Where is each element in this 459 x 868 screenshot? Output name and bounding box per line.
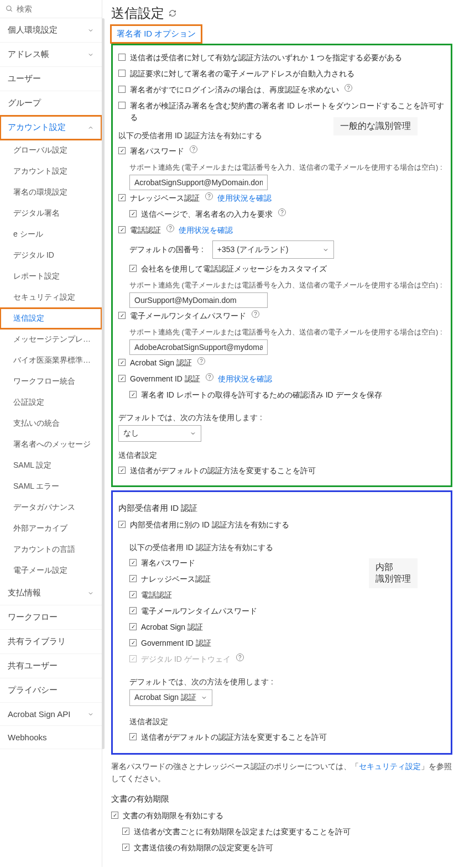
- checkbox-internal-sender-allow[interactable]: [129, 733, 137, 740]
- nav-item-ワークフロー[interactable]: ワークフロー: [0, 605, 102, 630]
- help-icon[interactable]: ?: [205, 192, 213, 200]
- checkbox-top-2[interactable]: [118, 86, 126, 93]
- label-gov-id: Government ID 認証: [130, 373, 200, 385]
- security-settings-link[interactable]: セキュリティ設定: [359, 762, 421, 771]
- nav-subitem-SAML エラー[interactable]: SAML エラー: [0, 476, 102, 497]
- usage-link-gov[interactable]: 使用状況を確認: [218, 373, 272, 385]
- nav-label: 公証設定: [13, 398, 44, 407]
- checkbox-top-3[interactable]: [118, 102, 126, 109]
- nav-item-共有ライブラリ[interactable]: 共有ライブラリ: [0, 630, 102, 654]
- nav-subitem-支払いの統合[interactable]: 支払いの統合: [0, 413, 102, 434]
- nav-item-プライバシー[interactable]: プライバシー: [0, 678, 102, 703]
- nav-item-アカウント設定[interactable]: アカウント設定: [0, 116, 102, 140]
- checkbox-internal-2[interactable]: [129, 591, 137, 598]
- nav-label: デジタル署名: [13, 208, 60, 218]
- usage-link-kba[interactable]: 使用状況を確認: [217, 192, 272, 204]
- nav-item-グループ[interactable]: グループ: [0, 91, 102, 116]
- checkbox-internal-1[interactable]: [129, 575, 137, 582]
- checkbox-top-0[interactable]: [118, 54, 126, 61]
- refresh-icon[interactable]: [169, 9, 176, 17]
- nav-subitem-セキュリティ設定[interactable]: セキュリティ設定: [0, 287, 102, 308]
- help-icon[interactable]: ?: [206, 373, 213, 381]
- help-icon[interactable]: ?: [236, 653, 244, 661]
- nav-subitem-公証設定[interactable]: 公証設定: [0, 392, 102, 413]
- svg-line-1: [11, 10, 12, 12]
- help-icon[interactable]: ?: [197, 357, 205, 365]
- checkbox-doc-exp-sub1[interactable]: [122, 828, 129, 835]
- nav-item-Acrobat Sign API[interactable]: Acrobat Sign API: [0, 703, 102, 726]
- help-icon[interactable]: ?: [166, 224, 174, 232]
- search-icon: [6, 4, 13, 13]
- nav-subitem-署名の環境設定[interactable]: 署名の環境設定: [0, 182, 102, 203]
- support-input-3[interactable]: [129, 339, 268, 355]
- nav-item-ユーザー[interactable]: ユーザー: [0, 67, 102, 91]
- checkbox-top-1[interactable]: [118, 70, 126, 77]
- default-method-select[interactable]: なし: [118, 425, 201, 442]
- checkbox-kba-require-name[interactable]: [129, 210, 137, 217]
- nav-item-アドレス帳[interactable]: アドレス帳: [0, 43, 102, 67]
- default-method-label: デフォルトでは、次の方法を使用します :: [118, 413, 445, 423]
- support-contact-label-3: サポート連絡先 (電子メールまたは電話番号を入力、送信者の電子メールを使用する場…: [129, 327, 445, 337]
- checkbox-acrobat-auth[interactable]: [118, 359, 126, 366]
- checkbox-gov-id[interactable]: [118, 375, 126, 382]
- usage-link-phone[interactable]: 使用状況を確認: [179, 224, 233, 236]
- nav-subitem-アカウントの言語[interactable]: アカウントの言語: [0, 539, 102, 560]
- nav-subitem-外部アーカイブ[interactable]: 外部アーカイブ: [0, 518, 102, 539]
- checkbox-internal-4[interactable]: [129, 623, 137, 630]
- chevron-down-icon: [87, 51, 94, 58]
- support-input-1[interactable]: [129, 175, 268, 190]
- checkbox-internal-5[interactable]: [129, 639, 137, 646]
- checkbox-internal-0[interactable]: [129, 559, 137, 566]
- svg-point-0: [7, 6, 11, 11]
- nav-subitem-e シール[interactable]: e シール: [0, 224, 102, 245]
- nav-subitem-レポート設定[interactable]: レポート設定: [0, 266, 102, 287]
- nav-subitem-ワークフロー統合[interactable]: ワークフロー統合: [0, 371, 102, 392]
- nav-subitem-SAML 設定[interactable]: SAML 設定: [0, 455, 102, 476]
- help-icon[interactable]: ?: [345, 84, 352, 92]
- checkbox-doc-exp-sub2[interactable]: [122, 844, 129, 851]
- nav-subitem-バイオ医薬業界標準…[interactable]: バイオ医薬業界標準…: [0, 350, 102, 371]
- help-icon[interactable]: ?: [252, 310, 259, 318]
- nav-subitem-データガバナンス[interactable]: データガバナンス: [0, 497, 102, 518]
- nav-label: 支払情報: [8, 588, 41, 598]
- nav-item-支払情報[interactable]: 支払情報: [0, 581, 102, 605]
- nav-subitem-メッセージテンプレ…[interactable]: メッセージテンプレ…: [0, 329, 102, 350]
- checkbox-kba[interactable]: [118, 194, 126, 201]
- nav-subitem-グローバル設定[interactable]: グローバル設定: [0, 140, 102, 161]
- nav-subitem-署名者へのメッセージ[interactable]: 署名者へのメッセージ: [0, 434, 102, 455]
- nav-label: アドレス帳: [8, 49, 49, 60]
- nav-subitem-送信設定[interactable]: 送信設定: [0, 308, 102, 329]
- checkbox-internal-6[interactable]: [129, 655, 137, 662]
- support-input-2[interactable]: [129, 292, 268, 308]
- label-phone: 電話認証: [130, 224, 161, 236]
- checkbox-internal-3[interactable]: [129, 607, 137, 614]
- internal-default-method-select[interactable]: Acrobat Sign 認証: [129, 689, 212, 706]
- checkbox-sign-password[interactable]: [118, 147, 126, 154]
- nav-item-個人環境設定[interactable]: 個人環境設定: [0, 18, 102, 43]
- chevron-down-icon: [87, 27, 94, 34]
- nav-label: 共有ライブラリ: [8, 636, 66, 647]
- checkbox-internal-enable[interactable]: [118, 521, 126, 528]
- nav-subitem-アカウント設定[interactable]: アカウント設定: [0, 161, 102, 182]
- nav-subitem-デジタル ID[interactable]: デジタル ID: [0, 245, 102, 266]
- tab-signer-id-options[interactable]: 署名者 ID オプション: [111, 25, 201, 43]
- checkbox-doc-exp-enable[interactable]: [111, 812, 118, 819]
- annotation-general: 一般的な識別管理: [333, 117, 418, 135]
- default-country-value: +353 (アイルランド): [217, 244, 289, 255]
- checkbox-email-otp[interactable]: [118, 312, 126, 319]
- label-internal-enable: 内部受信者用に別の ID 認証方法を有効にする: [130, 519, 289, 531]
- search-box[interactable]: [0, 0, 102, 18]
- checkbox-phone[interactable]: [118, 226, 126, 233]
- checkbox-phone-customize[interactable]: [129, 265, 137, 272]
- default-country-select[interactable]: +353 (アイルランド): [212, 240, 334, 259]
- nav-subitem-電子メール設定[interactable]: 電子メール設定: [0, 560, 102, 581]
- nav-subitem-デジタル署名[interactable]: デジタル署名: [0, 203, 102, 224]
- help-icon[interactable]: ?: [278, 208, 286, 216]
- help-icon[interactable]: ?: [190, 145, 197, 153]
- internal-sender-settings-label: 送信者設定: [129, 717, 445, 727]
- nav-item-Webhooks[interactable]: Webhooks: [0, 726, 102, 749]
- checkbox-sender-allow[interactable]: [118, 467, 126, 474]
- nav-item-共有ユーザー[interactable]: 共有ユーザー: [0, 654, 102, 678]
- search-input[interactable]: [17, 4, 96, 13]
- checkbox-gov-sub[interactable]: [129, 391, 137, 398]
